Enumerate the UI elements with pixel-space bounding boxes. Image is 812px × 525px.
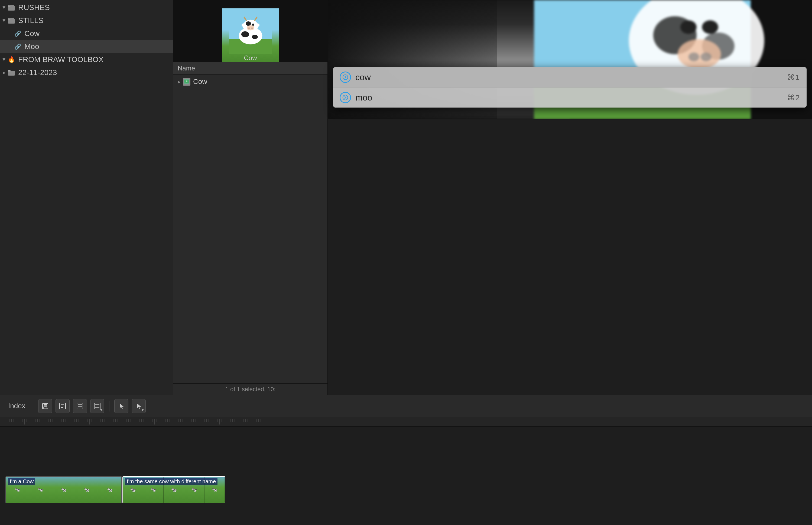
ruler-tick-117 xyxy=(256,419,258,422)
toolbar-export-button[interactable] xyxy=(56,399,70,413)
ruler-tick-38 xyxy=(85,419,87,422)
ruler-tick-110 xyxy=(241,419,243,424)
braw-label: FROM BRAW TOOLBOX xyxy=(18,55,104,64)
ruler-tick-6 xyxy=(16,419,18,422)
ruler-tick-112 xyxy=(245,419,248,422)
file-browser-footer: 1 of 1 selected, 10: xyxy=(173,383,327,395)
ruler-tick-109 xyxy=(239,419,241,422)
toolbar-settings-button[interactable] xyxy=(73,399,87,413)
ruler-tick-88 xyxy=(194,419,196,422)
ruler-tick-92 xyxy=(202,419,204,422)
frame3: 🐄 xyxy=(52,477,75,503)
ruler-tick-95 xyxy=(209,419,211,422)
ruler-tick-31 xyxy=(70,419,72,422)
ruler-tick-43 xyxy=(96,419,98,422)
toolbar-save-button[interactable] xyxy=(38,399,52,413)
timeline-content: I'm a Cow 🐄 🐄 🐄 🐄 🐄 I'm the same cow wit… xyxy=(0,427,812,525)
ruler-tick-111 xyxy=(243,419,245,422)
ruler-tick-36 xyxy=(81,419,83,422)
timeline-track: I'm a Cow 🐄 🐄 🐄 🐄 🐄 I'm the same cow wit… xyxy=(5,476,807,503)
ruler-tick-54 xyxy=(120,419,122,422)
ruler-tick-63 xyxy=(139,419,141,422)
sidebar-item-moo[interactable]: 🔗 Moo xyxy=(0,40,173,53)
ruler-tick-67 xyxy=(148,419,150,422)
svg-point-34 xyxy=(678,39,721,69)
dropdown-label-cow: cow xyxy=(355,72,787,82)
sidebar-item-stills[interactable]: ▶ STILLS xyxy=(0,14,173,27)
ruler-tick-76 xyxy=(167,419,170,422)
ruler-tick-97 xyxy=(213,419,215,422)
sidebar-item-cow[interactable]: 🔗 Cow xyxy=(0,27,173,40)
right-panel: cow ⌘1 moo ⌘2 xyxy=(328,0,812,395)
svg-point-15 xyxy=(255,23,259,27)
ruler-tick-56 xyxy=(124,419,126,422)
ruler-tick-35 xyxy=(79,419,81,422)
ruler-tick-108 xyxy=(237,419,239,422)
dropdown-shortcut-cow: ⌘1 xyxy=(787,73,800,82)
ruler-tick-72 xyxy=(159,419,161,422)
ruler-tick-18 xyxy=(42,419,44,422)
dropdown-item-moo[interactable]: moo ⌘2 xyxy=(333,88,807,107)
file-row-cow[interactable]: ▶ Cow xyxy=(173,76,327,88)
ruler-tick-114 xyxy=(250,419,252,422)
ruler-tick-69 xyxy=(152,419,154,422)
sidebar-item-rushes[interactable]: ▶ RUSHES xyxy=(0,1,173,14)
svg-point-35 xyxy=(689,52,699,61)
ruler-tick-50 xyxy=(111,419,113,424)
dropdown-arrow-moo xyxy=(340,92,351,103)
ruler-tick-78 xyxy=(172,419,174,422)
ruler-tick-10 xyxy=(25,419,27,424)
ruler-tick-102 xyxy=(224,419,226,422)
ruler-tick-58 xyxy=(128,419,131,422)
bottom-toolbar: Index ▼ ▼ xyxy=(0,395,812,417)
dropdown-overlay: cow ⌘1 moo ⌘2 xyxy=(328,67,812,107)
clip-moo-label: I'm the same cow with different name xyxy=(125,478,217,485)
ruler-tick-20 xyxy=(46,419,48,424)
date-label: 22-11-2023 xyxy=(18,68,57,77)
svg-point-38 xyxy=(343,95,348,100)
ruler-tick-47 xyxy=(105,419,107,422)
clip-cow-label: I'm a Cow xyxy=(8,478,35,485)
frame5: 🐄 xyxy=(98,477,121,503)
ruler-tick-93 xyxy=(204,419,206,422)
ruler-tick-89 xyxy=(196,419,198,422)
ruler-tick-98 xyxy=(215,419,217,422)
ruler-tick-86 xyxy=(189,419,191,422)
triangle-braw: ▶ xyxy=(2,58,6,61)
ruler-tick-87 xyxy=(191,419,194,422)
svg-rect-44 xyxy=(78,404,82,405)
ruler-tick-48 xyxy=(107,419,109,422)
sidebar-item-braw[interactable]: ▶ 🔥 FROM BRAW TOOLBOX xyxy=(0,53,173,66)
ruler-tick-16 xyxy=(37,419,40,422)
stills-label: STILLS xyxy=(18,16,43,25)
preview-label: Cow xyxy=(244,54,257,62)
ruler-tick-25 xyxy=(57,419,59,422)
ruler-tick-104 xyxy=(228,419,230,422)
sidebar-item-date[interactable]: ▶ 22-11-2023 xyxy=(0,66,173,79)
cow-clip-icon: 🔗 xyxy=(14,30,22,38)
ruler-tick-9 xyxy=(22,419,25,422)
dropdown-panel: cow ⌘1 moo ⌘2 xyxy=(333,67,807,107)
ruler-tick-90 xyxy=(198,419,200,424)
ruler-tick-84 xyxy=(185,419,187,422)
ruler-tick-59 xyxy=(131,419,133,422)
svg-rect-40 xyxy=(44,403,47,406)
ruler-tick-73 xyxy=(161,419,163,422)
toolbar-arrow-button[interactable]: ▼ xyxy=(132,399,146,413)
ruler-tick-22 xyxy=(50,419,52,422)
toolbar-more-button[interactable]: ▼ xyxy=(90,399,104,413)
dropdown-item-cow[interactable]: cow ⌘1 xyxy=(333,67,807,88)
ruler-tick-113 xyxy=(248,419,250,422)
ruler-tick-26 xyxy=(59,419,61,422)
clip-cow[interactable]: I'm a Cow 🐄 🐄 🐄 🐄 🐄 xyxy=(5,476,122,503)
ruler-tick-27 xyxy=(61,419,63,422)
ruler-tick-7 xyxy=(18,419,20,422)
dropdown-shortcut-moo: ⌘2 xyxy=(787,93,800,102)
dropdown-label-moo: moo xyxy=(355,93,787,103)
file-browser-header: Name xyxy=(173,62,327,75)
rushes-folder-icon xyxy=(7,3,15,12)
toolbar-pointer-button[interactable] xyxy=(114,399,128,413)
stills-folder-icon xyxy=(7,16,15,25)
clip-moo[interactable]: I'm the same cow with different name 🐄 🐄… xyxy=(122,476,225,503)
moo-label: Moo xyxy=(25,42,39,51)
